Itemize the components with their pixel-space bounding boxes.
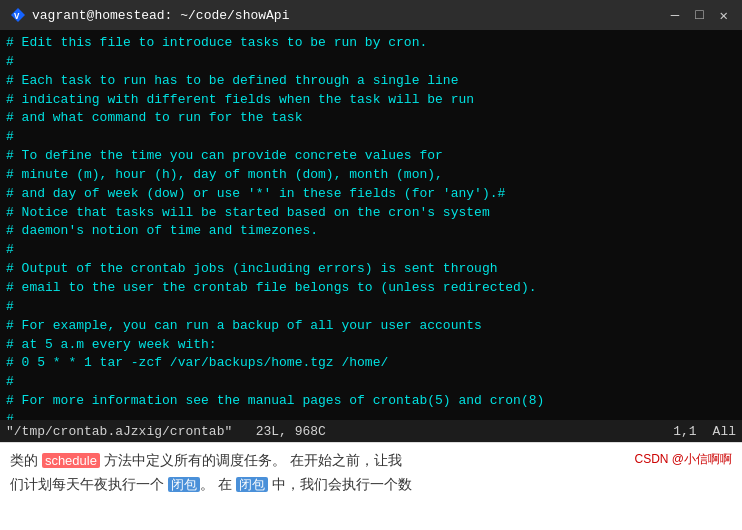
statusbar-fileinfo: 23L, 968C [256, 424, 326, 439]
terminal-line: # [6, 241, 736, 260]
bottom-line1: 类的 schedule 方法中定义所有的调度任务。 在开始之前，让我 [10, 452, 402, 468]
csdn-label: CSDN @小信啊啊 [634, 449, 732, 469]
svg-text:V: V [14, 12, 20, 22]
statusbar-position: 1,1 [673, 424, 696, 439]
bottom-line1-post: 方法中定义所有的调度任务。 在开始之前，让我 [100, 452, 402, 468]
close-button[interactable]: ✕ [716, 7, 732, 24]
terminal-line: # [6, 411, 736, 420]
vim-statusbar: "/tmp/crontab.aJzxig/crontab" 23L, 968C … [0, 420, 742, 442]
terminal-line: # For more information see the manual pa… [6, 392, 736, 411]
terminal-line: # Each task to run has to be defined thr… [6, 72, 736, 91]
terminal-line: # Notice that tasks will be started base… [6, 204, 736, 223]
vagrant-icon: V [10, 7, 26, 23]
titlebar: V vagrant@homestead: ~/code/showApi — □ … [0, 0, 742, 30]
bottom-line2-pre: 们计划每天午夜执行一个 [10, 476, 168, 492]
bottom-line2-post: 中，我们会执行一个数 [268, 476, 412, 492]
terminal-line: # daemon's notion of time and timezones. [6, 222, 736, 241]
terminal-line: # and day of week (dow) or use '*' in th… [6, 185, 736, 204]
terminal-line: # and what command to run for the task [6, 109, 736, 128]
titlebar-title: vagrant@homestead: ~/code/showApi [32, 8, 289, 23]
statusbar-scroll: All [713, 424, 736, 439]
terminal-line: # minute (m), hour (h), day of month (do… [6, 166, 736, 185]
bibao-tag2: 闭包 [236, 477, 268, 492]
terminal-line: # To define the time you can provide con… [6, 147, 736, 166]
bottom-annotation: CSDN @小信啊啊 类的 schedule 方法中定义所有的调度任务。 在开始… [0, 442, 742, 530]
statusbar-filename: "/tmp/crontab.aJzxig/crontab" 23L, 968C [6, 424, 673, 439]
terminal-line: # at 5 a.m every week with: [6, 336, 736, 355]
bottom-line2: 们计划每天午夜执行一个 闭包。 在 闭包 中，我们会执行一个数 [10, 476, 412, 492]
minimize-button[interactable]: — [667, 7, 683, 24]
terminal-line: # indicating with different fields when … [6, 91, 736, 110]
statusbar-right: 1,1 All [673, 424, 736, 439]
terminal-line: # [6, 373, 736, 392]
terminal-line: # 0 5 * * 1 tar -zcf /var/backups/home.t… [6, 354, 736, 373]
terminal-line: # Edit this file to introduce tasks to b… [6, 34, 736, 53]
terminal-line: # For example, you can run a backup of a… [6, 317, 736, 336]
terminal-line: # [6, 128, 736, 147]
titlebar-controls: — □ ✕ [667, 7, 732, 24]
terminal-line: # Output of the crontab jobs (including … [6, 260, 736, 279]
titlebar-left: V vagrant@homestead: ~/code/showApi [10, 7, 289, 23]
terminal: # Edit this file to introduce tasks to b… [0, 30, 742, 420]
terminal-line: # email to the user the crontab file bel… [6, 279, 736, 298]
statusbar-filename-text: "/tmp/crontab.aJzxig/crontab" [6, 424, 232, 439]
maximize-button[interactable]: □ [691, 7, 707, 24]
bottom-line2-mid: 。 在 [200, 476, 236, 492]
bottom-line1-pre: 类的 [10, 452, 42, 468]
terminal-line: # [6, 53, 736, 72]
schedule-tag: schedule [42, 453, 100, 468]
bibao-tag1: 闭包 [168, 477, 200, 492]
terminal-line: # [6, 298, 736, 317]
